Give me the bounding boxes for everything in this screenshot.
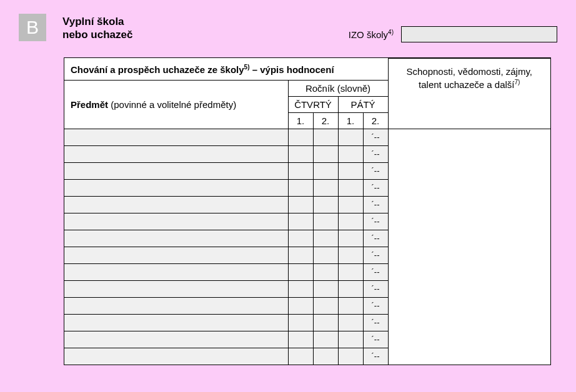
- grade-cell[interactable]: [338, 196, 363, 213]
- grade-cell[interactable]: ´--: [363, 162, 388, 179]
- grade-cell[interactable]: [288, 196, 313, 213]
- subject-header-rest: (povinné a volitelné předměty): [108, 99, 236, 110]
- grade-cell[interactable]: [313, 263, 338, 280]
- grade-cell[interactable]: ´--: [363, 129, 388, 145]
- grade-cell[interactable]: [288, 162, 313, 179]
- title-line-2: nebo uchazeč: [62, 28, 132, 41]
- grade-cell[interactable]: [338, 297, 363, 314]
- grade-cell[interactable]: [288, 230, 313, 247]
- heading-suffix: – výpis hodnocení: [250, 64, 334, 75]
- heading-prefix: Chování a prospěch uchazeče ze školy: [71, 64, 244, 75]
- subject-cell[interactable]: [64, 297, 288, 314]
- grade-cell[interactable]: [338, 179, 363, 196]
- subject-header-bold: Předmět: [71, 99, 108, 110]
- subject-cell[interactable]: [64, 263, 288, 280]
- grade-cell[interactable]: ´--: [363, 247, 388, 263]
- grade-cell[interactable]: ´--: [363, 280, 388, 297]
- subject-cell[interactable]: [64, 314, 288, 331]
- grade-cell[interactable]: [338, 145, 363, 162]
- grade-cell[interactable]: [313, 179, 338, 196]
- grade-cell[interactable]: ´--: [363, 263, 388, 280]
- grade-cell[interactable]: [313, 297, 338, 314]
- subject-cell[interactable]: [64, 348, 288, 365]
- semester-header-2: 2.: [313, 112, 338, 129]
- form-section-b: B Vyplní škola nebo uchazeč IZO školy4) …: [0, 0, 576, 365]
- subject-cell[interactable]: [64, 162, 288, 179]
- subject-cell[interactable]: [64, 331, 288, 348]
- subject-cell[interactable]: [64, 230, 288, 247]
- subject-cell[interactable]: [64, 280, 288, 297]
- izo-input[interactable]: [401, 26, 557, 42]
- grade-cell[interactable]: [313, 314, 338, 331]
- grade-cell[interactable]: [313, 129, 338, 145]
- grade-cell[interactable]: [288, 280, 313, 297]
- heading-note: 5): [244, 64, 250, 71]
- subject-cell[interactable]: [64, 213, 288, 230]
- skills-line-2: talent uchazeče a další: [419, 79, 514, 90]
- grade-cell[interactable]: ´--: [363, 314, 388, 331]
- subject-cell[interactable]: [64, 145, 288, 162]
- grade-cell[interactable]: [288, 297, 313, 314]
- grade-cell[interactable]: [338, 263, 363, 280]
- skills-cell[interactable]: [388, 129, 550, 365]
- grades-form: Chování a prospěch uchazeče ze školy5) –…: [64, 57, 551, 365]
- grade-cell[interactable]: [313, 247, 338, 263]
- subject-cell[interactable]: [64, 196, 288, 213]
- grade-cell[interactable]: [313, 196, 338, 213]
- grade-cell[interactable]: [338, 314, 363, 331]
- skills-column-header: Schopnosti, vědomosti, zájmy, talent uch…: [388, 59, 550, 129]
- year-header: Ročník (slovně): [288, 80, 388, 96]
- title-line-1: Vyplní škola: [62, 15, 132, 28]
- grade-cell[interactable]: [338, 247, 363, 263]
- skills-note: 7): [515, 79, 520, 86]
- grade-cell[interactable]: ´--: [363, 297, 388, 314]
- grade-cell[interactable]: [288, 213, 313, 230]
- grade-cell[interactable]: [288, 145, 313, 162]
- izo-label-text: IZO školy: [349, 29, 388, 40]
- grade-cell[interactable]: [288, 247, 313, 263]
- grade-cell[interactable]: [338, 213, 363, 230]
- section-letter-badge: B: [19, 14, 46, 41]
- izo-label-note: 4): [388, 29, 394, 36]
- section-title: Vyplní škola nebo uchazeč: [62, 14, 132, 42]
- semester-header-3: 1.: [338, 112, 363, 129]
- grade-cell[interactable]: [338, 331, 363, 348]
- grade-cell[interactable]: [288, 331, 313, 348]
- grade-cell[interactable]: ´--: [363, 145, 388, 162]
- grade-cell[interactable]: [313, 162, 338, 179]
- subject-cell[interactable]: [64, 179, 288, 196]
- grade-cell[interactable]: ´--: [363, 230, 388, 247]
- grade-cell[interactable]: [313, 331, 338, 348]
- grades-table: Chování a prospěch uchazeče ze školy5) –…: [64, 58, 550, 365]
- grade-cell[interactable]: ´--: [363, 213, 388, 230]
- grade-cell[interactable]: ´--: [363, 348, 388, 365]
- grade-cell[interactable]: [288, 348, 313, 365]
- grade-cell[interactable]: [288, 263, 313, 280]
- skills-line-1: Schopnosti, vědomosti, zájmy,: [407, 66, 532, 77]
- grade-cell[interactable]: [313, 145, 338, 162]
- grade-cell[interactable]: [338, 162, 363, 179]
- grade-cell[interactable]: [288, 314, 313, 331]
- izo-block: IZO školy4): [349, 14, 557, 42]
- grade-cell[interactable]: ´--: [363, 331, 388, 348]
- grade-cell[interactable]: [313, 280, 338, 297]
- subject-cell[interactable]: [64, 129, 288, 145]
- semester-header-4: 2.: [363, 112, 388, 129]
- subject-column-header: Předmět (povinné a volitelné předměty): [64, 80, 288, 129]
- semester-header-1: 1.: [288, 112, 313, 129]
- subject-cell[interactable]: [64, 247, 288, 263]
- grade-cell[interactable]: [338, 129, 363, 145]
- grade-cell[interactable]: [338, 230, 363, 247]
- grade-cell[interactable]: [313, 213, 338, 230]
- grade-cell[interactable]: [338, 348, 363, 365]
- form-header: B Vyplní škola nebo uchazeč IZO školy4): [19, 14, 557, 42]
- grade-cell[interactable]: ´--: [363, 196, 388, 213]
- grade-cell[interactable]: [338, 280, 363, 297]
- grade-header-1: ČTVRTÝ: [288, 96, 338, 112]
- grade-cell[interactable]: [313, 230, 338, 247]
- grade-cell[interactable]: [288, 129, 313, 145]
- grade-cell[interactable]: [313, 348, 338, 365]
- grade-cell[interactable]: ´--: [363, 179, 388, 196]
- grade-cell[interactable]: [288, 179, 313, 196]
- izo-label: IZO školy4): [349, 29, 394, 40]
